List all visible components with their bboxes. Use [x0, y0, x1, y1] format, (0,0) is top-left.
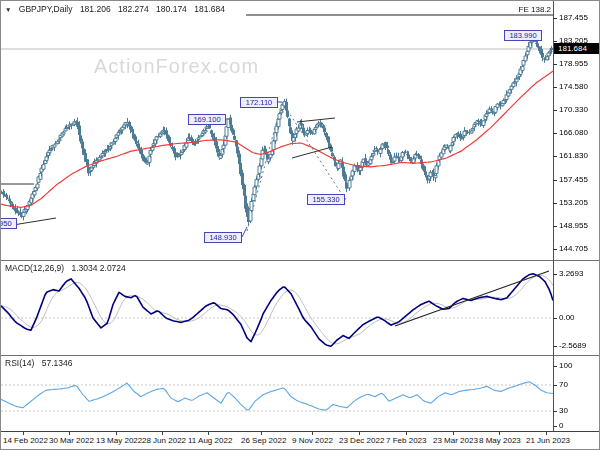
axis-tick-mark: [553, 346, 557, 347]
main-price-panel: ActionForex.com ▼ GBPJPY,Daily 181.206 1…: [1, 1, 554, 260]
rsi-canvas[interactable]: [1, 356, 554, 431]
price-tag-label: 169.100: [188, 114, 226, 125]
macd-canvas[interactable]: [1, 261, 554, 355]
axis-tick-mark: [553, 249, 557, 250]
date-tick-mark: [406, 432, 407, 435]
axis-tick-mark: [553, 318, 557, 319]
date-label: 11 Aug 2022: [188, 436, 232, 445]
axis-tick-mark: [553, 411, 557, 412]
price-tag-label: 150.950: [1, 218, 17, 229]
rsi-name: RSI(14): [5, 358, 34, 368]
date-label: 30 Mar 2022: [49, 436, 94, 445]
axis-tick-label: 144.705: [559, 245, 588, 253]
date-tick-mark: [499, 432, 500, 435]
axis-tick-label: 157.455: [559, 176, 588, 184]
date-label: 9 Nov 2022: [292, 436, 333, 445]
macd-panel: MACD(12,26,9) 1.3034 2.0724: [1, 261, 554, 355]
axis-tick-mark: [553, 64, 557, 65]
axis-tick-mark: [553, 385, 557, 386]
axis-tick-label: 30: [559, 407, 568, 415]
axis-tick-mark: [553, 133, 557, 134]
price-tag-label: 148.930: [204, 232, 242, 243]
chart-window: ActionForex.com ▼ GBPJPY,Daily 181.206 1…: [0, 0, 600, 450]
axis-tick-mark: [553, 156, 557, 157]
axis-tick-mark: [553, 41, 557, 42]
axis-tick-label: 100: [559, 362, 572, 370]
axis-tick-label: 161.830: [559, 152, 588, 160]
macd-values: 1.3034 2.0724: [71, 263, 125, 273]
price-tag-label: 172.110: [240, 97, 278, 108]
rsi-panel: RSI(14) 57.1346: [1, 356, 554, 431]
date-tick-mark: [359, 432, 360, 435]
macd-title: MACD(12,26,9) 1.3034 2.0724: [5, 263, 131, 273]
axis-tick-label: 148.955: [559, 222, 588, 230]
date-tick-mark: [208, 432, 209, 435]
axis-tick-mark: [553, 110, 557, 111]
axis-tick-label: 0.00: [559, 314, 575, 322]
date-tick-mark: [312, 432, 313, 435]
open-value: 181.206: [80, 4, 111, 14]
axis-tick-mark: [553, 274, 557, 275]
axis-tick-mark: [553, 226, 557, 227]
date-axis[interactable]: 14 Feb 202230 Mar 202213 May 202228 Jun …: [1, 431, 600, 450]
price-canvas[interactable]: [1, 1, 554, 260]
date-tick-mark: [453, 432, 454, 435]
date-tick-mark: [69, 432, 70, 435]
high-value: 182.274: [118, 4, 149, 14]
watermark: ActionForex.com: [94, 55, 259, 78]
axis-tick-mark: [553, 366, 557, 367]
date-label: 8 May 2023: [479, 436, 521, 445]
low-value: 180.174: [156, 4, 187, 14]
axis-tick-label: 3.2693: [559, 270, 583, 278]
rsi-title: RSI(14) 57.1346: [5, 358, 77, 368]
collapse-arrow-icon[interactable]: ▼: [5, 6, 11, 13]
axis-tick-label: -2.5689: [559, 342, 586, 350]
axis-tick-label: 170.330: [559, 106, 588, 114]
axis-tick-mark: [553, 180, 557, 181]
axis-tick-label: 166.080: [559, 129, 588, 137]
fibonacci-extension-label: FE 138.2: [431, 5, 551, 14]
rsi-value: 57.1346: [42, 358, 73, 368]
axis-tick-label: 0: [559, 422, 563, 430]
axis-tick-label: 187.455: [559, 14, 588, 22]
chart-title: ▼ GBPJPY,Daily 181.206 182.274 180.174 1…: [5, 4, 230, 14]
close-value: 181.684: [194, 4, 225, 14]
price-tag-label: 183.990: [504, 30, 542, 41]
macd-name: MACD(12,26,9): [5, 263, 64, 273]
date-label: 13 May 2022: [96, 436, 142, 445]
date-label: 28 Jun 2022: [142, 436, 186, 445]
date-tick-mark: [261, 432, 262, 435]
date-label: 21 Jun 2023: [526, 436, 570, 445]
date-label: 23 Mar 2023: [433, 436, 478, 445]
axis-tick-label: 174.580: [559, 83, 588, 91]
date-tick-mark: [23, 432, 24, 435]
date-tick-mark: [116, 432, 117, 435]
date-label: 23 Dec 2022: [339, 436, 384, 445]
axis-tick-mark: [553, 87, 557, 88]
symbol-period: GBPJPY,Daily: [19, 4, 73, 14]
date-tick-mark: [546, 432, 547, 435]
date-label: 7 Feb 2023: [386, 436, 426, 445]
axis-tick-label: 153.205: [559, 199, 588, 207]
axis-tick-mark: [553, 426, 557, 427]
date-label: 14 Feb 2022: [3, 436, 48, 445]
price-tag-label: 155.330: [307, 194, 345, 205]
current-price-badge: 181.684: [554, 43, 600, 54]
date-tick-mark: [162, 432, 163, 435]
axis-tick-label: 178.955: [559, 60, 588, 68]
date-label: 26 Sep 2022: [241, 436, 286, 445]
axis-tick-label: 70: [559, 381, 568, 389]
axis-tick-mark: [553, 203, 557, 204]
axis-tick-mark: [553, 18, 557, 19]
